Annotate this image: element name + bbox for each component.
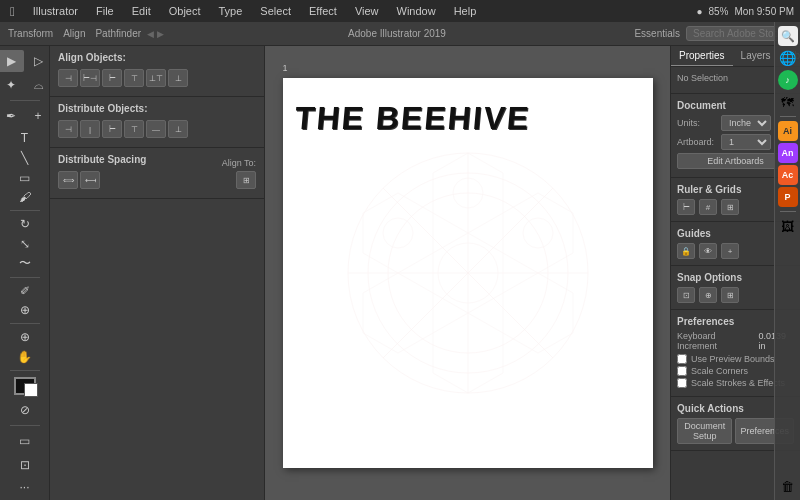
- distribute-row: ⊣ | ⊢ ⊤ — ⊥: [58, 120, 256, 138]
- main-layout: ▶ ▷ ✦ ⌓ ✒ + T ╲ ▭ 🖌 ↻ ⤡ 〜 ✐ ⊕ ⊕ ✋ ⊘: [0, 46, 800, 500]
- keyboard-increment-label: Keyboard Increment: [677, 331, 755, 351]
- draw-behind[interactable]: ⊡: [12, 454, 38, 476]
- pen-tool[interactable]: ✒: [0, 105, 24, 127]
- scale-corners-checkbox[interactable]: [677, 366, 687, 376]
- view-menu[interactable]: View: [351, 5, 383, 17]
- direct-selection-tool[interactable]: ▷: [25, 50, 50, 72]
- essentials-label[interactable]: Essentials: [630, 28, 684, 39]
- transform-tab-label[interactable]: Transform: [4, 28, 57, 39]
- fill-color-swatch[interactable]: [14, 377, 36, 396]
- panel-expand-icon[interactable]: ◀ ▶: [147, 29, 164, 39]
- align-objects-section: Align Objects: ⊣ ⊢⊣ ⊢ ⊤ ⊥⊤ ⊥: [50, 46, 264, 97]
- dist-top-btn[interactable]: ⊤: [124, 120, 144, 138]
- dist-center-v-btn[interactable]: —: [146, 120, 166, 138]
- scale-strokes-label: Scale Strokes & Effects: [691, 378, 785, 388]
- app-name-menu[interactable]: Illustrator: [29, 5, 82, 17]
- show-guides-btn[interactable]: ⊞: [721, 199, 739, 215]
- edit-menu[interactable]: Edit: [128, 5, 155, 17]
- wifi-icon: ●: [696, 6, 702, 17]
- units-select[interactable]: Inches px mm: [721, 115, 771, 131]
- type-menu[interactable]: Type: [215, 5, 247, 17]
- align-left-btn[interactable]: ⊣: [58, 69, 78, 87]
- align-to-selection-btn[interactable]: ⊞: [236, 171, 256, 189]
- spacing-v-btn[interactable]: ⟻: [80, 171, 100, 189]
- file-menu[interactable]: File: [92, 5, 118, 17]
- pen-tools: ✒ +: [0, 105, 50, 127]
- none-swatch[interactable]: ⊘: [12, 399, 38, 421]
- menubar:  Illustrator File Edit Object Type Sele…: [0, 0, 800, 22]
- spacing-h-btn[interactable]: ⟺: [58, 171, 78, 189]
- align-right-btn[interactable]: ⊢: [102, 69, 122, 87]
- dist-center-h-btn[interactable]: |: [80, 120, 100, 138]
- paintbrush-tool[interactable]: 🖌: [12, 188, 38, 206]
- scale-tool[interactable]: ⤡: [12, 235, 38, 253]
- svg-point-16: [523, 218, 553, 248]
- zoom-tool[interactable]: ⊕: [12, 328, 38, 346]
- type-tool[interactable]: T: [12, 129, 38, 147]
- lock-guides-btn[interactable]: 🔒: [677, 243, 695, 259]
- hand-tool[interactable]: ✋: [12, 348, 38, 366]
- document-setup-btn[interactable]: Document Setup: [677, 418, 732, 444]
- units-label: Units:: [677, 118, 717, 128]
- align-center-h-btn[interactable]: ⊢⊣: [80, 69, 100, 87]
- smart-guides-btn[interactable]: +: [721, 243, 739, 259]
- align-bottom-btn[interactable]: ⊥: [168, 69, 188, 87]
- svg-marker-13: [503, 273, 573, 353]
- dock-trash[interactable]: 🗑: [778, 476, 798, 496]
- blend-tool[interactable]: ⊕: [12, 301, 38, 319]
- dock-divider-2: [780, 211, 796, 212]
- help-menu[interactable]: Help: [450, 5, 481, 17]
- tab-layers[interactable]: Layers: [733, 46, 779, 66]
- show-rulers-btn[interactable]: ⊢: [677, 199, 695, 215]
- dock-spotify[interactable]: ♪: [778, 70, 798, 90]
- dock-powerpoint[interactable]: P: [778, 187, 798, 207]
- dock-photos[interactable]: 🖼: [778, 216, 798, 236]
- line-tool[interactable]: ╲: [12, 149, 38, 167]
- svg-marker-12: [363, 273, 433, 353]
- select-menu[interactable]: Select: [256, 5, 295, 17]
- eyedropper-tool[interactable]: ✐: [12, 282, 38, 300]
- panels-area: Align Objects: ⊣ ⊢⊣ ⊢ ⊤ ⊥⊤ ⊥ Distribute …: [50, 46, 265, 500]
- align-center-v-btn[interactable]: ⊥⊤: [146, 69, 166, 87]
- draw-normal[interactable]: ▭: [12, 430, 38, 452]
- rect-tool[interactable]: ▭: [12, 169, 38, 187]
- dock-finder[interactable]: 🔍: [778, 26, 798, 46]
- selection-tools: ▶ ▷: [0, 50, 50, 72]
- show-guides-toggle-btn[interactable]: 👁: [699, 243, 717, 259]
- preview-bounds-checkbox[interactable]: [677, 354, 687, 364]
- canvas-area[interactable]: 1 THE BEEHIVE: [265, 46, 670, 500]
- warp-tool[interactable]: 〜: [12, 255, 38, 273]
- spacing-row: ⟺ ⟻ ⊞: [58, 171, 256, 189]
- dock-maps[interactable]: 🗺: [778, 92, 798, 112]
- distribute-spacing-row: Distribute Spacing Align To:: [58, 154, 256, 171]
- selection-tool[interactable]: ▶: [0, 50, 24, 72]
- magic-wand-tool[interactable]: ✦: [0, 74, 24, 96]
- window-menu[interactable]: Window: [393, 5, 440, 17]
- snap-to-point-btn[interactable]: ⊕: [699, 287, 717, 303]
- tool-sep-4: [10, 323, 40, 324]
- more-tools[interactable]: ···: [12, 478, 38, 496]
- dist-left-btn[interactable]: ⊣: [58, 120, 78, 138]
- effect-menu[interactable]: Effect: [305, 5, 341, 17]
- show-grid-btn[interactable]: #: [699, 199, 717, 215]
- dist-right-btn[interactable]: ⊢: [102, 120, 122, 138]
- artboard-select[interactable]: 1: [721, 134, 771, 150]
- snap-to-pixel-btn[interactable]: ⊞: [721, 287, 739, 303]
- dock-animate[interactable]: An: [778, 143, 798, 163]
- distribute-spacing-section: Distribute Spacing Align To: ⟺ ⟻ ⊞: [50, 148, 264, 199]
- dock-chrome[interactable]: 🌐: [778, 48, 798, 68]
- apple-menu[interactable]: : [6, 4, 19, 19]
- scale-strokes-checkbox[interactable]: [677, 378, 687, 388]
- add-anchor-tool[interactable]: +: [25, 105, 50, 127]
- dock-illustrator[interactable]: Ai: [778, 121, 798, 141]
- dist-bottom-btn[interactable]: ⊥: [168, 120, 188, 138]
- align-top-btn[interactable]: ⊤: [124, 69, 144, 87]
- object-menu[interactable]: Object: [165, 5, 205, 17]
- align-tab-label[interactable]: Align: [59, 28, 89, 39]
- pathfinder-tab-label[interactable]: Pathfinder: [91, 28, 145, 39]
- rotate-tool[interactable]: ↻: [12, 215, 38, 233]
- snap-to-grid-btn[interactable]: ⊡: [677, 287, 695, 303]
- lasso-tool[interactable]: ⌓: [25, 74, 50, 96]
- tab-properties[interactable]: Properties: [671, 46, 733, 66]
- dock-acrobat[interactable]: Ac: [778, 165, 798, 185]
